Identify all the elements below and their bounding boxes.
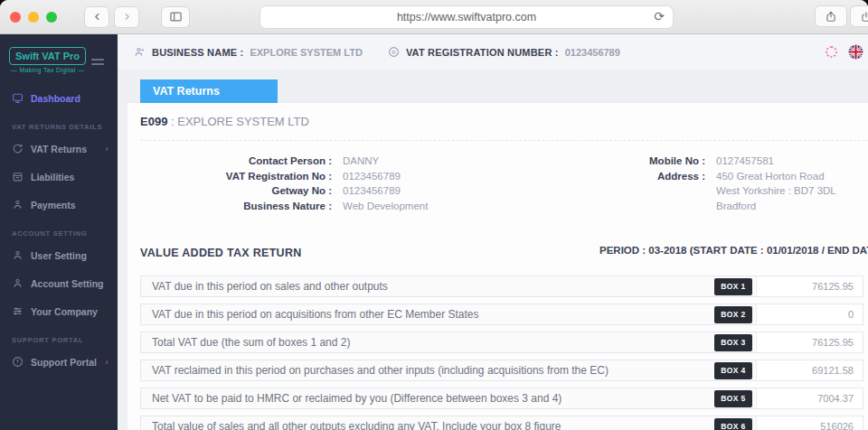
detail-label: VAT Registration No : — [140, 169, 332, 184]
row-description: Net VAT to be paid to HMRC or reclaimed … — [141, 392, 714, 405]
business-name-label: BUSINESS NAME : — [152, 47, 243, 58]
details-right: Mobile No :0127457581 Address : 450 Grea… — [633, 154, 836, 214]
sidebar-item-payments[interactable]: Payments — [0, 191, 118, 219]
share-icon — [825, 10, 837, 23]
box-label: BOX 4 — [714, 362, 752, 379]
row-description: VAT due in this period on sales and othe… — [141, 280, 714, 293]
sidebar-item-label: Account Setting — [31, 278, 104, 289]
box-value-field[interactable]: 76125.95 — [756, 332, 863, 352]
company-name: : EXPLORE SYSTEM LTD — [171, 115, 309, 128]
vat-return-rows: VAT due in this period on sales and othe… — [140, 276, 868, 430]
box-label: BOX 5 — [714, 390, 752, 407]
close-window-button[interactable] — [10, 12, 21, 23]
sidebar-toggle-button[interactable] — [161, 6, 190, 28]
sidebar-section-support-portal: SUPPORT PORTAL — [0, 325, 118, 348]
sliders-icon — [12, 305, 24, 317]
url-text: https://www.swiftvatpro.com — [397, 11, 536, 23]
account-icon — [12, 277, 24, 289]
sidebar-item-liabilities[interactable]: Liabilities — [0, 163, 118, 191]
payments-icon — [12, 199, 24, 210]
detail-label: Getway No : — [140, 183, 332, 199]
tab-label: VAT Returns — [153, 85, 220, 98]
browser-window: https://www.swiftvatpro.com ⟳ Swift VAT … — [0, 0, 868, 430]
sidebar-item-your-company[interactable]: Your Company — [0, 297, 118, 325]
detail-label: Contact Person : — [140, 154, 332, 169]
tab-vat-returns[interactable]: VAT Returns — [140, 79, 278, 103]
box-label: BOX 2 — [714, 306, 752, 323]
sidebar-item-label: Liabilities — [31, 172, 74, 182]
user-icon — [12, 249, 24, 261]
new-tab-icon — [860, 10, 868, 23]
sidebar-item-label: Payments — [31, 200, 76, 210]
detail-label: Business Nature : — [140, 199, 332, 214]
hamburger-menu-icon[interactable] — [91, 56, 104, 68]
browser-chrome: https://www.swiftvatpro.com ⟳ — [0, 0, 868, 34]
notification-icon[interactable] — [826, 46, 837, 58]
sidebar-item-label: Support Portal — [31, 357, 97, 368]
box-value-field[interactable]: 69121.58 — [756, 360, 863, 380]
detail-value: 0123456789 — [343, 169, 401, 184]
address-label: Address : — [633, 169, 705, 214]
sidebar-section-account-setting: ACCOUNT SETTING — [0, 219, 118, 241]
sidebar-item-label: Your Company — [31, 306, 98, 317]
window-controls — [10, 12, 57, 23]
company-details: Contact Person :DANNY VAT Registration N… — [140, 154, 868, 226]
share-button[interactable] — [815, 5, 847, 27]
registered-icon: R — [388, 46, 400, 58]
sidebar-item-account-setting[interactable]: Account Setting — [0, 269, 118, 297]
box-value-field[interactable]: 76125.95 — [756, 276, 863, 296]
sidebar-item-label: Dashboard — [31, 93, 80, 104]
table-row: Total VAT due (the sum of boxes 1 and 2)… — [140, 332, 863, 353]
logo-subtitle: — Making Tax Digital — — [9, 67, 86, 73]
box-label: BOX 1 — [714, 278, 752, 295]
liabilities-icon — [12, 171, 24, 182]
box-value-field[interactable]: 0 — [756, 304, 863, 324]
new-tab-button[interactable] — [850, 5, 868, 27]
divider — [140, 140, 868, 141]
business-name-value: EXPLORE SYSTEM LTD — [250, 47, 362, 58]
mobile-value: 0127457581 — [716, 154, 774, 169]
forward-icon — [121, 11, 133, 23]
box-value-field[interactable]: 516026 — [756, 416, 863, 430]
row-description: Total value of sales and all other outpu… — [141, 420, 714, 430]
app-header: BUSINESS NAME : EXPLORE SYSTEM LTD R VAT… — [118, 34, 868, 70]
logo-title: Swift VAT Pro — [9, 47, 86, 65]
business-user-icon — [134, 46, 146, 58]
vat-return-panel: E099 : EXPLORE SYSTEM LTD Contact Person… — [127, 103, 868, 430]
sidebar-item-label: User Setting — [31, 250, 87, 261]
address-value: 450 Great Horton Road West Yorkshire : B… — [716, 169, 836, 214]
sidebar-section-vat-returns-details: VAT RETURNS DETAILS — [0, 112, 118, 135]
forward-button[interactable] — [114, 6, 139, 28]
minimize-window-button[interactable] — [28, 12, 39, 23]
uk-flag-icon[interactable] — [848, 44, 863, 60]
box-label: BOX 3 — [714, 334, 752, 351]
back-button[interactable] — [84, 6, 109, 28]
chevron-right-icon: › — [105, 357, 108, 367]
detail-value: DANNY — [343, 154, 379, 169]
detail-value: 0123456789 — [343, 183, 401, 199]
row-description: VAT reclaimed in this period on purchase… — [141, 364, 714, 377]
refresh-icon[interactable]: ⟳ — [654, 9, 665, 23]
mobile-label: Mobile No : — [633, 154, 705, 169]
table-row: VAT due in this period on acquisitions f… — [140, 304, 863, 325]
row-description: Total VAT due (the sum of boxes 1 and 2) — [141, 336, 714, 349]
row-description: VAT due in this period on acquisitions f… — [141, 308, 714, 321]
sidebar-item-label: VAT Returns — [31, 144, 87, 154]
period-text: PERIOD : 03-2018 (START DATE : 01/01/201… — [599, 245, 868, 256]
box-value-field[interactable]: 7004.37 — [756, 388, 863, 408]
alert-icon — [12, 356, 24, 368]
sidebar-item-vat-returns[interactable]: VAT Returns › — [0, 135, 118, 163]
sidebar-item-support-portal[interactable]: Support Portal › — [0, 348, 118, 376]
sidebar-item-user-setting[interactable]: User Setting — [0, 241, 118, 269]
url-input[interactable]: https://www.swiftvatpro.com ⟳ — [259, 5, 674, 29]
table-row: Total value of sales and all other outpu… — [140, 416, 863, 430]
table-row: VAT reclaimed in this period on purchase… — [140, 360, 863, 381]
sidebar-item-dashboard[interactable]: Dashboard — [0, 84, 118, 112]
company-heading: E099 : EXPLORE SYSTEM LTD — [140, 115, 868, 128]
box-label: BOX 6 — [714, 418, 752, 430]
svg-text:R: R — [392, 50, 396, 55]
table-row: VAT due in this period on sales and othe… — [140, 276, 863, 297]
app-logo[interactable]: Swift VAT Pro — Making Tax Digital — — [9, 47, 86, 73]
detail-value: Web Development — [343, 199, 428, 214]
zoom-window-button[interactable] — [46, 12, 57, 23]
